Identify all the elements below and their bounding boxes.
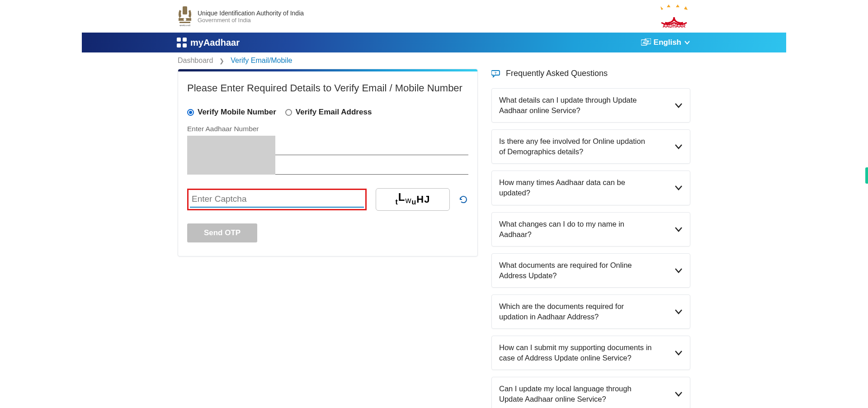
svg-text:सत्यमेव जयते: सत्यमेव जयते bbox=[179, 24, 190, 27]
faq-question-text: Can I update my local language through U… bbox=[499, 384, 653, 404]
svg-rect-8 bbox=[177, 43, 181, 47]
faq-item[interactable]: How many times Aadhaar data can be updat… bbox=[491, 171, 690, 205]
faq-item[interactable]: What changes can I do to my name in Aadh… bbox=[491, 212, 690, 247]
radio-mobile-label: Verify Mobile Number bbox=[198, 108, 276, 117]
breadcrumb-separator: ❯ bbox=[219, 57, 224, 64]
chevron-down-icon bbox=[675, 142, 683, 151]
form-title: Please Enter Required Details to Verify … bbox=[187, 82, 468, 94]
header-top: सत्यमेव जयते Unique Identification Autho… bbox=[82, 0, 786, 33]
navbar-brand[interactable]: myAadhaar bbox=[177, 38, 240, 48]
faq-question-text: What details can I update through Update… bbox=[499, 95, 653, 116]
language-label: English bbox=[654, 38, 681, 47]
chevron-down-icon bbox=[675, 308, 683, 316]
svg-text:AADHAAR: AADHAAR bbox=[663, 24, 686, 28]
faq-icon: ? bbox=[491, 70, 501, 78]
india-emblem-icon: सत्यमेव जयते bbox=[177, 5, 193, 27]
faq-column: ? Frequently Asked Questions What detail… bbox=[491, 69, 690, 408]
svg-rect-0 bbox=[183, 6, 187, 14]
faq-question-text: Which are the documents required for upd… bbox=[499, 301, 653, 322]
svg-point-2 bbox=[184, 18, 186, 21]
radio-email-label: Verify Email Address bbox=[296, 108, 372, 117]
svg-text:अ: अ bbox=[646, 40, 649, 43]
faq-question-text: How can I submit my supporting documents… bbox=[499, 342, 653, 363]
breadcrumb-dashboard[interactable]: Dashboard bbox=[178, 57, 213, 65]
svg-text:?: ? bbox=[495, 71, 497, 75]
chevron-down-icon bbox=[675, 225, 683, 233]
aadhaar-masked-block bbox=[187, 136, 275, 175]
chevron-down-icon bbox=[675, 390, 683, 398]
send-otp-button[interactable]: Send OTP bbox=[187, 223, 257, 242]
breadcrumb: Dashboard ❯ Verify Email/Mobile bbox=[82, 52, 786, 69]
verify-type-radio-group: Verify Mobile Number Verify Email Addres… bbox=[187, 108, 468, 117]
chevron-down-icon bbox=[684, 39, 690, 46]
captcha-row: tLwuHJ bbox=[187, 188, 468, 211]
refresh-captcha-icon[interactable] bbox=[459, 195, 468, 204]
faq-title: Frequently Asked Questions bbox=[506, 69, 608, 78]
aadhaar-number-label: Enter Aadhaar Number bbox=[187, 125, 468, 133]
chevron-down-icon bbox=[675, 349, 683, 357]
breadcrumb-current: Verify Email/Mobile bbox=[231, 57, 292, 65]
radio-verify-mobile[interactable]: Verify Mobile Number bbox=[187, 108, 276, 117]
radio-verify-email[interactable]: Verify Email Address bbox=[285, 108, 372, 117]
aadhaar-input-lines[interactable] bbox=[275, 136, 468, 175]
feedback-tab[interactable] bbox=[865, 167, 868, 184]
navbar: myAadhaar A अ English bbox=[82, 33, 786, 52]
aadhaar-number-field bbox=[187, 136, 468, 175]
faq-question-text: How many times Aadhaar data can be updat… bbox=[499, 177, 653, 198]
captcha-image: tLwuHJ bbox=[376, 188, 450, 211]
faq-question-text: Is there any fee involved for Online upd… bbox=[499, 136, 653, 157]
faq-question-text: What documents are required for Online A… bbox=[499, 260, 653, 281]
faq-item[interactable]: Can I update my local language through U… bbox=[491, 377, 690, 408]
svg-rect-6 bbox=[177, 38, 181, 42]
svg-rect-7 bbox=[183, 38, 187, 42]
svg-rect-9 bbox=[183, 43, 187, 47]
radio-dot-unselected-icon bbox=[285, 109, 292, 116]
verify-form-card: Please Enter Required Details to Verify … bbox=[178, 69, 478, 256]
captcha-input[interactable] bbox=[190, 191, 364, 208]
aadhaar-logo-icon: AADHAAR bbox=[658, 5, 690, 28]
emblem-text: Unique Identification Authority of India… bbox=[198, 9, 304, 24]
faq-item[interactable]: What documents are required for Online A… bbox=[491, 253, 690, 288]
faq-item[interactable]: How can I submit my supporting documents… bbox=[491, 336, 690, 370]
brand-text: myAadhaar bbox=[190, 38, 240, 48]
faq-item[interactable]: Which are the documents required for upd… bbox=[491, 294, 690, 329]
faq-item[interactable]: Is there any fee involved for Online upd… bbox=[491, 129, 690, 164]
svg-text:A: A bbox=[642, 41, 645, 45]
radio-dot-selected-icon bbox=[187, 109, 194, 116]
svg-rect-3 bbox=[179, 22, 190, 23]
org-name: Unique Identification Authority of India bbox=[198, 9, 304, 17]
chevron-down-icon bbox=[675, 266, 683, 275]
captcha-input-highlight bbox=[187, 189, 367, 210]
chevron-down-icon bbox=[675, 184, 683, 192]
faq-question-text: What changes can I do to my name in Aadh… bbox=[499, 219, 653, 240]
chevron-down-icon bbox=[675, 101, 683, 109]
org-subtitle: Government of India bbox=[198, 17, 304, 24]
faq-header: ? Frequently Asked Questions bbox=[491, 69, 690, 78]
faq-item[interactable]: What details can I update through Update… bbox=[491, 88, 690, 123]
gov-emblem-block: सत्यमेव जयते Unique Identification Autho… bbox=[177, 5, 304, 27]
grid-icon bbox=[177, 38, 187, 47]
language-switcher[interactable]: A अ English bbox=[641, 38, 690, 47]
translate-icon: A अ bbox=[641, 38, 651, 47]
